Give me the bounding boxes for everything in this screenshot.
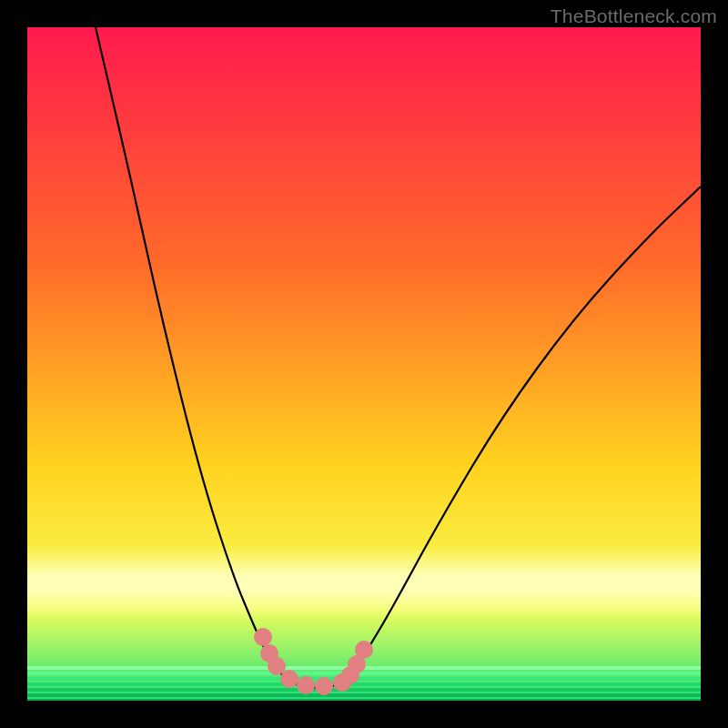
marker-dots [254, 628, 373, 695]
bottleneck-curve [27, 27, 701, 701]
marker-dot [297, 676, 315, 694]
plot-area [27, 27, 701, 701]
marker-dot [254, 628, 272, 646]
marker-dot [280, 670, 298, 688]
marker-dot [315, 677, 333, 695]
watermark-text: TheBottleneck.com [551, 5, 717, 27]
curve-path [96, 27, 701, 688]
marker-dot [355, 641, 373, 659]
